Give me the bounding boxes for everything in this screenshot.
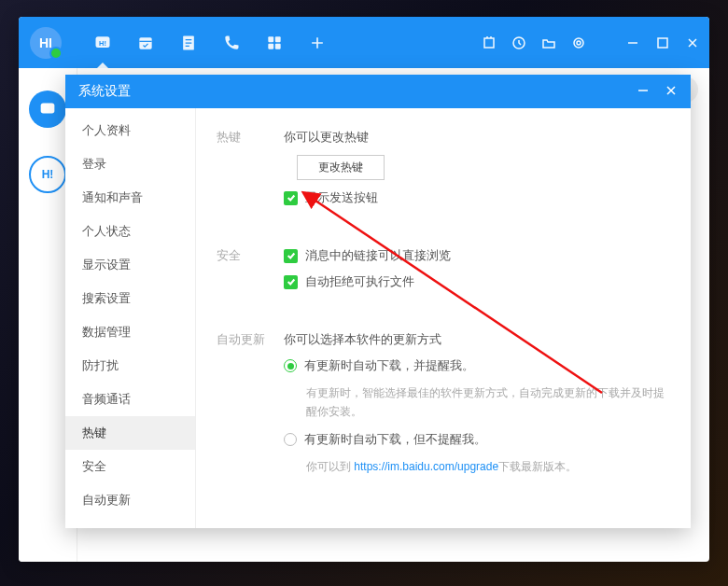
radio-update-silent[interactable] [284,433,297,446]
avatar-text: HI [39,35,52,50]
section-label: 安全 [217,247,284,300]
sidebar-item-login[interactable]: 登录 [65,147,195,181]
svg-rect-7 [275,43,281,49]
section-label: 自动更新 [217,331,284,476]
checkbox-reject-exe[interactable] [284,275,298,289]
main-nav: H! [93,34,327,52]
sidebar-item-status[interactable]: 个人状态 [65,215,195,248]
minimize-icon[interactable] [625,35,640,50]
main-titlebar: HI H! [19,17,709,68]
dialog-minimize-icon[interactable] [637,84,650,100]
svg-point-11 [577,41,581,45]
user-avatar[interactable]: HI [30,27,62,59]
contact-avatar[interactable]: H! [29,156,66,193]
update-opt2-desc: 你可以到 https://im.baidu.com/upgrade下载最新版本。 [306,457,666,476]
notes-icon[interactable] [179,34,198,52]
svg-rect-12 [658,38,667,48]
section-security: 安全 消息中的链接可以直接浏览 自动拒绝可执行文件 [217,247,666,300]
change-hotkey-button[interactable]: 更改热键 [297,155,385,180]
sidebar-item-audio[interactable]: 音频通话 [65,383,195,416]
radio-update-remind[interactable] [284,359,297,372]
svg-rect-6 [268,43,273,49]
dialog-titlebar: 系统设置 [65,75,691,108]
maximize-icon[interactable] [655,35,670,50]
history-icon[interactable] [511,35,526,50]
sidebar-item-notify[interactable]: 通知和声音 [65,181,195,215]
checkbox-link-preview[interactable] [284,249,298,263]
sidebar-item-data[interactable]: 数据管理 [65,315,195,349]
contact-avatar[interactable] [29,91,66,128]
chat-tab-icon[interactable]: H! [93,34,112,52]
svg-text:H!: H! [99,38,106,47]
checkbox-label: 显示发送按钮 [305,189,378,206]
close-icon[interactable] [685,35,700,50]
settings-dialog: 系统设置 个人资料 登录 通知和声音 个人状态 显示设置 搜索设置 数据管理 防… [65,75,691,528]
update-hint: 你可以选择本软件的更新方式 [284,331,666,348]
update-opt1-desc: 有更新时，智能选择最佳的软件更新方式，自动完成更新的下载并及时提醒你安装。 [306,384,666,422]
svg-rect-14 [41,104,55,114]
checkbox-label: 自动拒绝可执行文件 [305,273,414,290]
section-hotkey: 热键 你可以更改热键 更改热键 显示发送按钮 [217,129,666,216]
sidebar-item-security[interactable]: 安全 [65,450,195,483]
svg-rect-4 [268,36,273,42]
sidebar-item-search[interactable]: 搜索设置 [65,282,195,315]
upgrade-link[interactable]: https://im.baidu.com/upgrade [354,460,498,473]
svg-rect-8 [484,38,494,48]
svg-rect-5 [275,36,281,42]
calendar-icon[interactable] [136,34,155,52]
dialog-close-icon[interactable] [665,84,678,100]
checkbox-show-send[interactable] [284,191,298,205]
sidebar-item-hotkey[interactable]: 热键 [65,416,195,450]
add-icon[interactable] [308,34,327,52]
sidebar-item-display[interactable]: 显示设置 [65,248,195,282]
settings-content: 热键 你可以更改热键 更改热键 显示发送按钮 安全 [196,108,691,528]
gear-icon[interactable] [571,35,586,50]
radio-label: 有更新时自动下载，并提醒我。 [304,357,474,374]
svg-rect-2 [139,37,151,49]
hotkey-hint: 你可以更改热键 [284,129,666,146]
apps-icon[interactable] [265,34,284,52]
svg-point-10 [574,38,583,48]
radio-label: 有更新时自动下载，但不提醒我。 [304,431,486,448]
pin-icon[interactable] [482,35,497,50]
dialog-title: 系统设置 [78,83,131,100]
sidebar-item-profile[interactable]: 个人资料 [65,114,195,147]
section-label: 热键 [217,129,284,216]
folder-icon[interactable] [541,35,556,50]
sidebar-item-dnd[interactable]: 防打扰 [65,349,195,383]
section-update: 自动更新 你可以选择本软件的更新方式 有更新时自动下载，并提醒我。 有更新时，智… [217,331,666,476]
phone-icon[interactable] [222,34,241,52]
settings-sidebar: 个人资料 登录 通知和声音 个人状态 显示设置 搜索设置 数据管理 防打扰 音频… [65,108,196,528]
window-controls [482,17,700,68]
sidebar-item-update[interactable]: 自动更新 [65,483,195,517]
checkbox-label: 消息中的链接可以直接浏览 [305,247,451,264]
